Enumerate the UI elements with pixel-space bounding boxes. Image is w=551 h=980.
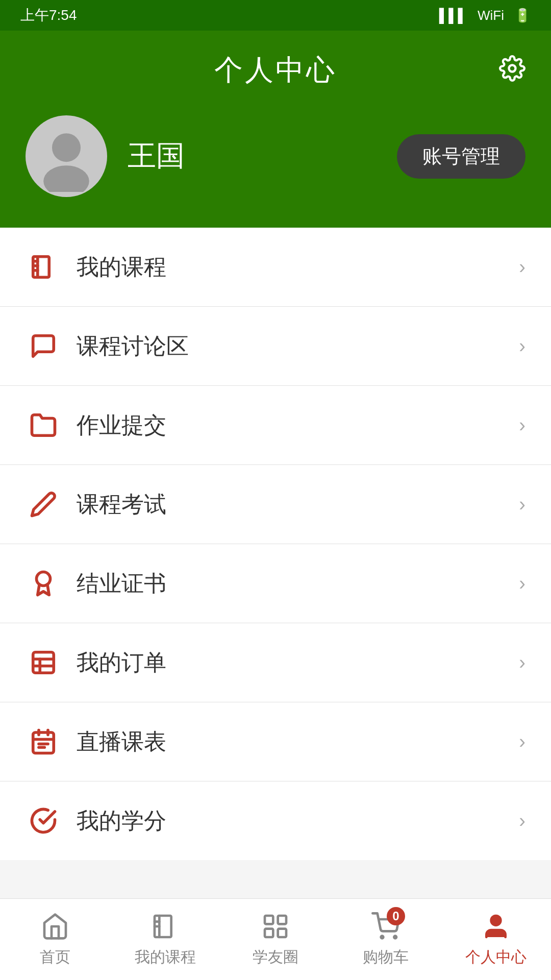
header-title-row: 个人中心 bbox=[26, 51, 525, 90]
nav-item-profile[interactable]: 个人中心 bbox=[441, 906, 551, 973]
nav-label-home: 首页 bbox=[40, 947, 70, 968]
avatar-image bbox=[31, 120, 102, 192]
list-icon bbox=[26, 645, 61, 680]
chat-icon bbox=[26, 328, 61, 364]
chevron-right-icon: › bbox=[519, 335, 525, 357]
svg-rect-5 bbox=[33, 652, 54, 673]
status-time: 上午7:54 bbox=[20, 6, 77, 25]
menu-label-schedule: 直播课表 bbox=[77, 727, 519, 757]
check-circle-icon bbox=[26, 803, 61, 839]
person-icon bbox=[481, 911, 511, 942]
menu-item-exam[interactable]: 课程考试 › bbox=[0, 465, 551, 544]
chevron-right-icon: › bbox=[519, 414, 525, 436]
nav-label-community: 学友圈 bbox=[253, 947, 298, 968]
chevron-right-icon: › bbox=[519, 731, 525, 753]
svg-point-0 bbox=[509, 65, 516, 72]
account-management-button[interactable]: 账号管理 bbox=[397, 134, 525, 179]
chevron-right-icon: › bbox=[519, 573, 525, 595]
svg-point-23 bbox=[381, 936, 384, 939]
menu-item-homework[interactable]: 作业提交 › bbox=[0, 386, 551, 465]
menu-item-certificate[interactable]: 结业证书 › bbox=[0, 544, 551, 623]
settings-button[interactable] bbox=[499, 55, 525, 86]
folder-icon bbox=[26, 407, 61, 443]
avatar[interactable] bbox=[26, 115, 107, 197]
menu-label-my-courses: 我的课程 bbox=[77, 252, 519, 282]
award-icon bbox=[26, 566, 61, 601]
menu-label-credits: 我的学分 bbox=[77, 806, 519, 836]
menu-label-homework: 作业提交 bbox=[77, 410, 519, 440]
menu-item-orders[interactable]: 我的订单 › bbox=[0, 623, 551, 702]
svg-rect-22 bbox=[278, 929, 286, 937]
nav-label-cart: 购物车 bbox=[363, 947, 409, 968]
gear-icon bbox=[499, 55, 525, 82]
apps-icon bbox=[260, 911, 291, 942]
menu-item-schedule[interactable]: 直播课表 › bbox=[0, 702, 551, 781]
cart-icon-wrapper: 0 bbox=[370, 911, 401, 942]
nav-label-my-courses: 我的课程 bbox=[135, 947, 196, 968]
person-svg bbox=[482, 912, 510, 941]
menu-label-orders: 我的订单 bbox=[77, 648, 519, 678]
status-icons: ▌▌▌ WiFi 🔋 bbox=[439, 8, 531, 23]
menu-label-discussion: 课程讨论区 bbox=[77, 331, 519, 361]
bottom-navigation: 首页 我的课程 学友圈 0 购物车 个人中心 bbox=[0, 898, 551, 980]
wifi-icon: WiFi bbox=[478, 8, 504, 23]
chevron-right-icon: › bbox=[519, 256, 525, 278]
nav-item-my-courses[interactable]: 我的课程 bbox=[110, 906, 220, 973]
nav-label-profile: 个人中心 bbox=[465, 947, 527, 968]
page-title: 个人中心 bbox=[214, 51, 337, 90]
menu-item-discussion[interactable]: 课程讨论区 › bbox=[0, 307, 551, 386]
menu-list: 我的课程 › 课程讨论区 › 作业提交 › 课程考试 › 结业证书 › bbox=[0, 228, 551, 860]
svg-rect-21 bbox=[265, 929, 273, 937]
menu-label-certificate: 结业证书 bbox=[77, 569, 519, 599]
chevron-right-icon: › bbox=[519, 652, 525, 674]
menu-label-exam: 课程考试 bbox=[77, 489, 519, 520]
svg-point-24 bbox=[394, 936, 396, 939]
nav-item-community[interactable]: 学友圈 bbox=[220, 906, 331, 973]
menu-item-my-courses[interactable]: 我的课程 › bbox=[0, 228, 551, 307]
book-icon bbox=[26, 249, 61, 285]
profile-row: 王国 账号管理 bbox=[26, 115, 525, 197]
battery-icon: 🔋 bbox=[514, 8, 531, 23]
svg-rect-19 bbox=[265, 916, 273, 924]
cart-badge: 0 bbox=[387, 907, 405, 925]
chevron-right-icon: › bbox=[519, 810, 525, 832]
svg-point-25 bbox=[491, 916, 501, 925]
svg-point-2 bbox=[43, 165, 89, 192]
status-bar: 上午7:54 ▌▌▌ WiFi 🔋 bbox=[0, 0, 551, 31]
home-icon bbox=[40, 911, 70, 942]
svg-rect-20 bbox=[278, 916, 286, 924]
pencil-icon bbox=[26, 486, 61, 522]
chevron-right-icon: › bbox=[519, 494, 525, 516]
bookmark-icon bbox=[150, 911, 181, 942]
calendar-icon bbox=[26, 724, 61, 760]
svg-point-1 bbox=[52, 133, 81, 162]
menu-item-credits[interactable]: 我的学分 › bbox=[0, 781, 551, 860]
profile-header: 个人中心 王国 账号管理 bbox=[0, 31, 551, 228]
username: 王国 bbox=[128, 137, 377, 176]
nav-item-home[interactable]: 首页 bbox=[0, 906, 110, 973]
signal-icon: ▌▌▌ bbox=[439, 8, 467, 23]
nav-item-cart[interactable]: 0 购物车 bbox=[331, 906, 441, 973]
